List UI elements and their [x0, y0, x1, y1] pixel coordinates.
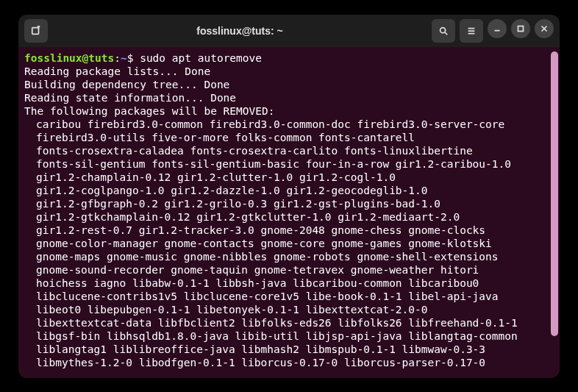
- package-line: gir1.2-gtkchamplain-0.12 gir1.2-gtkclutt…: [24, 210, 554, 224]
- package-line: gnome-sound-recorder gnome-taquin gnome-…: [24, 263, 554, 277]
- output-line: The following packages will be REMOVED:: [24, 104, 554, 118]
- new-tab-button[interactable]: [24, 19, 48, 43]
- package-line: gir1.2-gfbgraph-0.2 gir1.2-grilo-0.3 gir…: [24, 197, 554, 210]
- output-line: Building dependency tree... Done: [24, 78, 554, 91]
- package-list: caribou firebird3.0-common firebird3.0-c…: [24, 118, 554, 369]
- svg-point-3: [440, 27, 446, 32]
- output-lines: Reading package lists... DoneBuilding de…: [24, 65, 554, 118]
- svg-rect-9: [518, 26, 524, 31]
- package-line: libexttextcat-data libfbclient2 libfolks…: [24, 316, 554, 329]
- package-line: gir1.2-coglpango-1.0 gir1.2-dazzle-1.0 g…: [24, 184, 554, 197]
- package-line: libgsf-bin libhsqldb1.8.0-java libib-uti…: [24, 329, 554, 343]
- package-line: fonts-crosextra-caladea fonts-crosextra-…: [24, 144, 554, 157]
- package-line: libmythes-1.2-0 libodfgen-0.1-1 liborcus…: [24, 356, 554, 369]
- package-line: gnome-maps gnome-music gnome-nibbles gno…: [24, 250, 554, 263]
- prompt-user-host: fosslinux@tuts: [24, 52, 114, 64]
- menu-button[interactable]: [460, 19, 483, 43]
- svg-line-4: [445, 32, 448, 35]
- maximize-button[interactable]: [511, 19, 530, 38]
- command-text: sudo apt autoremove: [140, 52, 262, 64]
- output-line: Reading state information... Done: [24, 91, 554, 104]
- package-line: fonts-sil-gentium fonts-sil-gentium-basi…: [24, 157, 554, 171]
- terminal-body[interactable]: fosslinux@tuts:~$ sudo apt autoremove Re…: [18, 47, 560, 378]
- window-title: fosslinux@tuts: ~: [52, 25, 427, 37]
- svg-rect-0: [32, 27, 39, 34]
- prompt-colon: :: [114, 52, 121, 64]
- close-button[interactable]: [535, 19, 554, 38]
- prompt-path: ~: [121, 52, 127, 64]
- minimize-button[interactable]: [488, 19, 507, 38]
- package-line: caribou firebird3.0-common firebird3.0-c…: [24, 118, 554, 131]
- titlebar: fosslinux@tuts: ~: [18, 15, 560, 47]
- prompt-dollar: $: [127, 52, 134, 64]
- search-button[interactable]: [432, 19, 455, 43]
- terminal-window: fosslinux@tuts: ~ fosslinux@tuts:~$ sudo…: [18, 15, 560, 378]
- package-line: gir1.2-champlain-0.12 gir1.2-clutter-1.0…: [24, 171, 554, 184]
- package-line: libeot0 libepubgen-0.1-1 libetonyek-0.1-…: [24, 303, 554, 316]
- package-line: hoichess iagno libabw-0.1-1 libbsh-java …: [24, 277, 554, 290]
- output-line: Reading package lists... Done: [24, 65, 554, 78]
- scrollbar-thumb[interactable]: [551, 51, 558, 336]
- package-line: libclucene-contribs1v5 libclucene-core1v…: [24, 290, 554, 303]
- package-line: firebird3.0-utils five-or-more folks-com…: [24, 131, 554, 144]
- prompt-line: fosslinux@tuts:~$ sudo apt autoremove: [24, 51, 554, 65]
- package-line: gir1.2-rest-0.7 gir1.2-tracker-3.0 gnome…: [24, 224, 554, 237]
- package-line: gnome-color-manager gnome-contacts gnome…: [24, 237, 554, 250]
- package-line: liblangtag1 liblibreoffice-java libmhash…: [24, 343, 554, 356]
